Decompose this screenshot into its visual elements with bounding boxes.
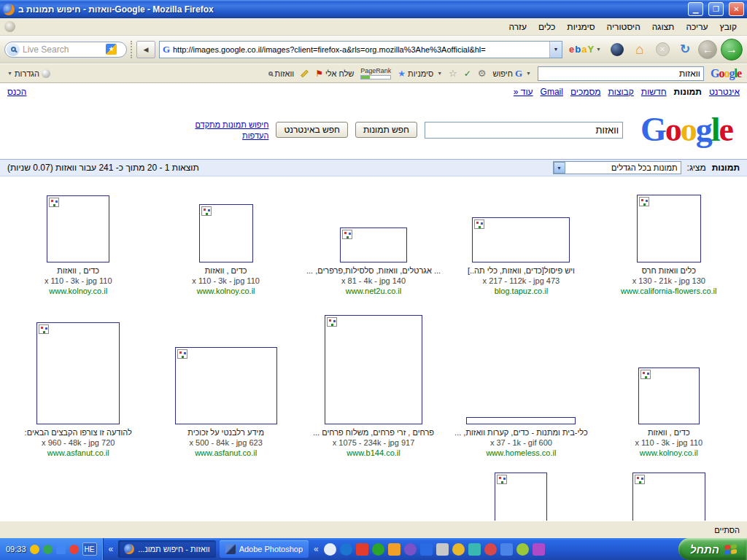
link-more[interactable]: עוד « [514, 87, 533, 97]
taskbar-chevron-icon[interactable]: « [107, 544, 115, 554]
maximize-button[interactable]: ❐ [708, 2, 724, 16]
pagerank-meter[interactable]: PageRank [360, 68, 391, 79]
quick-launch-icon[interactable] [436, 543, 449, 556]
sign-in-link[interactable]: הכנס [7, 87, 26, 97]
highlight-button[interactable]: וואזות [268, 69, 295, 78]
web-search-input[interactable] [23, 44, 103, 55]
web-search-box[interactable]: ★ [4, 42, 127, 58]
menu-file[interactable]: קובץ [714, 20, 743, 34]
bookmarks-button[interactable]: ★ סימניות ▼ [398, 69, 442, 79]
search-engine-icon[interactable]: ★ [106, 44, 117, 55]
select-arrow-icon[interactable]: ▼ [554, 162, 565, 174]
result-thumbnail[interactable] [495, 472, 547, 521]
preferences-link[interactable]: העדפות [242, 131, 268, 140]
menu-bookmarks[interactable]: סימניות [561, 20, 600, 34]
search-images-button[interactable]: חפש תמונות [355, 122, 417, 138]
result-url[interactable]: www.asfanut.co.il [152, 448, 299, 458]
quick-launch-icon[interactable] [420, 543, 433, 556]
minimize-button[interactable]: ▁ [688, 2, 703, 16]
dropdown-history-button[interactable]: ◀ [136, 41, 155, 58]
result-thumbnail[interactable] [47, 195, 109, 262]
result-caption[interactable]: כדים , וואזות [595, 427, 743, 438]
tray-volume-icon[interactable] [69, 545, 79, 554]
quick-launch-icon[interactable] [356, 543, 368, 556]
quick-launch-icon[interactable] [452, 543, 465, 556]
taskbar-button-firefox[interactable]: וואזות - חיפוש תמונ... [118, 540, 215, 558]
quick-launch-icon[interactable] [324, 543, 336, 556]
reload-button[interactable]: ↻ [676, 40, 694, 59]
url-bar[interactable]: G http://images.google.co.il/images?clie… [159, 41, 562, 58]
result-thumbnail[interactable] [340, 228, 407, 262]
result-url[interactable]: www.california-flowers.co.il [595, 286, 743, 296]
link-groups[interactable]: קבוצות [608, 87, 634, 97]
toolbar-search-input[interactable] [538, 66, 704, 81]
marker-button[interactable] [301, 72, 309, 75]
back-button[interactable]: → [721, 39, 743, 61]
result-thumbnail[interactable] [199, 204, 253, 262]
result-caption[interactable]: להודעה זו צורפו הקבצים הבאים: [4, 427, 152, 438]
menu-history[interactable]: היסטוריה [601, 20, 646, 34]
result-thumbnail[interactable] [632, 472, 705, 521]
language-indicator[interactable]: HE [82, 542, 97, 556]
result-caption[interactable]: ויש פיסול[כדים, וואזות, כלי תה..] [447, 265, 595, 276]
result-thumbnail[interactable] [466, 417, 576, 424]
result-thumbnail[interactable] [638, 368, 700, 424]
quick-launch-icon[interactable] [533, 543, 545, 556]
result-caption[interactable]: ... אגרטלים, וואזות, סלסילות,פרפרים, ... [300, 265, 447, 276]
quick-launch-icon[interactable] [372, 543, 384, 556]
result-url[interactable]: www.net2u.co.il [300, 286, 447, 296]
result-url[interactable]: www.homeless.co.il [447, 448, 595, 458]
quick-launch-icon[interactable] [468, 543, 481, 556]
close-button[interactable]: ✕ [729, 2, 744, 16]
result-thumbnail[interactable] [325, 315, 422, 424]
advanced-image-search-link[interactable]: חיפוש תמונות מתקדם [195, 120, 268, 129]
taskbar-chevron-icon[interactable]: « [312, 544, 320, 554]
result-url[interactable]: www.kolnoy.co.il [4, 286, 152, 296]
result-thumbnail[interactable] [175, 347, 277, 424]
result-url[interactable]: blog.tapuz.co.il [447, 286, 595, 296]
link-news[interactable]: חדשות [641, 87, 667, 97]
image-search-input[interactable] [425, 122, 623, 139]
home-button[interactable]: ⌂ [630, 40, 649, 59]
menu-tools[interactable]: כלים [533, 20, 561, 34]
ebay-dropdown-caret[interactable]: ▼ [596, 47, 601, 52]
result-thumbnail[interactable] [637, 195, 701, 262]
result-caption[interactable]: כלי-בית ומתנות - כדים, קערות וואזות, ... [447, 427, 595, 438]
menu-help[interactable]: עזרה [503, 20, 533, 34]
url-text[interactable]: http://images.google.co.il/images?client… [173, 45, 549, 54]
ebay-button[interactable]: e b a Y ▼ [566, 41, 604, 58]
forward-button[interactable]: ← [698, 40, 717, 59]
result-caption[interactable]: כלים וואזות חרס [595, 265, 743, 276]
result-caption[interactable]: מידע רלבנטי על זכוכית [152, 427, 299, 438]
size-filter-select[interactable]: תמונות בכל הגדלים ▼ [553, 161, 681, 174]
result-caption[interactable]: פרחים , זרי פרחים, משלוח פרחים ... [300, 427, 447, 438]
quick-launch-icon[interactable] [484, 543, 497, 556]
taskbar-clock[interactable]: 09:33 [6, 545, 26, 553]
result-url[interactable]: www.asfanut.co.il [4, 448, 152, 458]
tray-network-icon[interactable] [56, 545, 66, 554]
extension-globe-button[interactable] [608, 40, 627, 59]
taskbar-button-photoshop[interactable]: Adobe Photoshop [220, 540, 309, 558]
quick-launch-icon[interactable] [516, 543, 529, 556]
result-caption[interactable]: כדים , וואזות [4, 265, 152, 276]
link-gmail[interactable]: Gmail [541, 87, 563, 97]
link-docs[interactable]: מסמכים [570, 87, 601, 97]
result-thumbnail[interactable] [36, 322, 120, 424]
spellcheck-button[interactable]: ✓ [464, 69, 471, 79]
toolbar-options-button[interactable]: ⚙ [478, 68, 487, 79]
start-button[interactable]: התחל [678, 538, 747, 560]
tray-messenger-icon[interactable] [30, 545, 39, 554]
tray-antivirus-icon[interactable] [43, 545, 53, 554]
result-url[interactable]: www.kolnoy.co.il [595, 448, 743, 458]
url-dropdown-button[interactable]: ▼ [549, 42, 562, 58]
stop-button[interactable]: ✕ [653, 40, 672, 59]
result-thumbnail[interactable] [472, 217, 570, 262]
quick-launch-icon[interactable] [340, 543, 352, 556]
window-titlebar[interactable]: וואזות - חיפוש תמונות ב-Google - Mozilla… [0, 0, 747, 18]
quick-launch-icon[interactable] [388, 543, 400, 556]
link-web[interactable]: אינטרנט [709, 87, 740, 97]
menu-view[interactable]: תצוגה [646, 20, 681, 34]
result-url[interactable]: www.b144.co.il [300, 448, 447, 458]
add-bookmark-button[interactable]: ☆ [449, 68, 457, 79]
search-web-button[interactable]: חפש באינטרנט [276, 122, 348, 138]
